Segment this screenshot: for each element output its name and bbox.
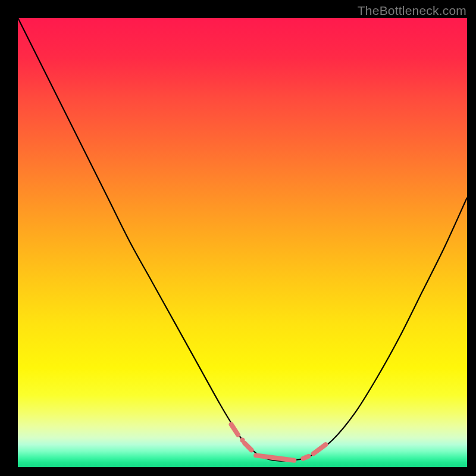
highlight-segment — [314, 444, 325, 453]
highlight-point — [240, 438, 245, 443]
chart-frame: TheBottleneck.com — [0, 0, 476, 476]
bottleneck-curve — [18, 18, 467, 461]
curve-svg — [18, 18, 467, 467]
highlight-segment — [256, 455, 294, 460]
highlight-segment — [245, 443, 251, 450]
plot-area — [18, 18, 467, 467]
highlight-segment — [231, 424, 238, 434]
highlight-segment — [303, 456, 308, 459]
watermark-text: TheBottleneck.com — [358, 4, 466, 18]
